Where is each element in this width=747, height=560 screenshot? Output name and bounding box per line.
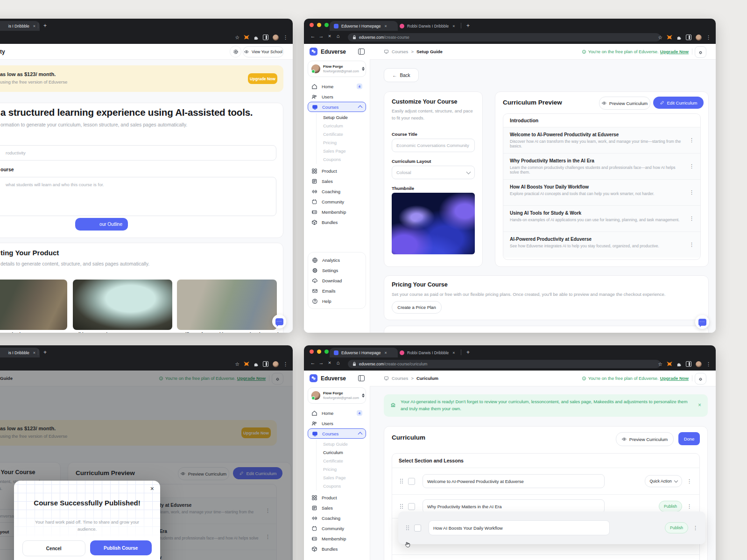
browser-menu-icon[interactable]: ⋮ (706, 33, 711, 42)
profile-switcher[interactable]: Flow Forgeflowforgestd@gmail.com (308, 387, 366, 404)
row-menu-icon[interactable]: ⋮ (689, 190, 694, 195)
subitem-certificate[interactable]: Certificate (323, 130, 366, 139)
browser-profile-avatar[interactable] (273, 361, 279, 367)
lesson-title-input[interactable]: How AI Boosts Your Daily Workflow (429, 520, 610, 535)
browser-menu-icon[interactable]: ⋮ (283, 360, 288, 368)
lesson-checkbox[interactable] (414, 525, 421, 532)
row-menu-icon[interactable]: ⋮ (687, 479, 692, 483)
row-menu-icon[interactable]: ⋮ (687, 504, 692, 509)
tab-close-icon[interactable]: × (33, 350, 35, 355)
sidebar-collapse-icon[interactable] (358, 49, 365, 55)
minimize-window-light[interactable] (317, 23, 321, 27)
nav-forward-icon[interactable]: → (317, 360, 325, 365)
sidebar-item-help[interactable]: Help (308, 296, 366, 306)
address-bar[interactable]: eduverse.com/create-course/curiculum (348, 360, 661, 368)
lesson-row[interactable]: Using AI Tools for Study & WorkHands-on … (503, 205, 700, 231)
browser-profile-avatar[interactable] (696, 35, 702, 41)
sidebar-item-emails[interactable]: Emails (308, 286, 366, 296)
tab-eduverse[interactable]: Eduverse I Homepage × (330, 348, 398, 357)
dragging-lesson-row[interactable]: How AI Boosts Your Daily Workflow Publis… (398, 511, 705, 544)
bookmark-star-icon[interactable]: ☆ (658, 360, 662, 368)
classroom-photo-2[interactable] (73, 280, 172, 330)
browser-profile-avatar[interactable] (273, 35, 279, 41)
browser-menu-icon[interactable]: ⋮ (706, 360, 711, 368)
drag-handle[interactable] (406, 525, 409, 531)
sidebar-item-product[interactable]: Product (308, 492, 366, 503)
tab-eduverse[interactable]: Eduverse I Homepage × (330, 21, 398, 31)
course-description-textarea[interactable]: what students will learn and who this co… (0, 177, 276, 216)
minimize-window-light[interactable] (317, 350, 321, 354)
sidebar-item-home[interactable]: Home4 (308, 81, 366, 91)
modal-close-icon[interactable]: × (150, 485, 154, 492)
profile-switcher[interactable]: Flow Forgeflowforgestd@gmail.com (308, 61, 366, 77)
extensions-puzzle-icon[interactable] (677, 35, 682, 40)
classroom-photo-3[interactable] (177, 280, 277, 330)
sidebar-item-community[interactable]: Community (308, 196, 366, 207)
course-topic-input[interactable]: roductivity (0, 145, 276, 161)
sidebar-item-users[interactable]: Users (308, 91, 366, 102)
new-tab-button[interactable]: + (43, 349, 47, 356)
metamask-extension-icon[interactable] (244, 362, 249, 367)
view-your-school-button[interactable]: View Your School (243, 46, 284, 57)
lesson-title-input[interactable]: Welcome to AI-Powered Productivity at Ed… (423, 474, 605, 488)
tab-close-icon[interactable]: × (385, 350, 387, 355)
sidebar-item-courses[interactable]: Courses (308, 102, 366, 112)
new-tab-button[interactable]: + (43, 22, 47, 29)
subitem-pricing[interactable]: Pricing (323, 139, 366, 147)
row-menu-icon[interactable]: ⋮ (689, 216, 694, 221)
lesson-checkbox[interactable] (408, 478, 415, 485)
row-menu-icon[interactable]: ⋮ (693, 525, 698, 530)
bookmark-star-icon[interactable]: ☆ (235, 33, 240, 42)
back-button[interactable]: ←Back (384, 68, 419, 82)
lesson-row[interactable]: Welcome to AI-Powered Productivity at Ed… (503, 127, 700, 153)
publish-button[interactable]: Publish (659, 501, 682, 512)
edit-curriculum-button[interactable]: Edit Curriculum (653, 97, 704, 109)
zoom-window-light[interactable] (324, 23, 329, 27)
sidebar-item-courses[interactable]: Courses (308, 428, 366, 439)
notifications-button[interactable] (695, 46, 706, 58)
create-price-plan-button[interactable]: Create a Price Plan (392, 301, 442, 314)
tab-group-icon[interactable] (263, 361, 268, 367)
row-menu-icon[interactable]: ⋮ (689, 242, 694, 247)
row-menu-icon[interactable]: ⋮ (689, 164, 694, 168)
publish-course-button[interactable]: Publish Course (90, 540, 152, 555)
close-window-light[interactable] (310, 350, 314, 354)
sidebar-item-membership[interactable]: Membership (308, 207, 366, 217)
nav-forward-icon[interactable]: → (317, 33, 325, 39)
bookmark-star-icon[interactable]: ☆ (235, 360, 240, 368)
subitem-pricing[interactable]: Pricing (323, 465, 366, 474)
extensions-puzzle-icon[interactable] (677, 362, 682, 367)
new-tab-button[interactable]: + (466, 22, 470, 29)
extensions-puzzle-icon[interactable] (254, 35, 259, 40)
sidebar-item-download[interactable]: Download (308, 275, 366, 286)
drag-handle[interactable] (400, 478, 403, 484)
tab-close-icon[interactable]: × (33, 24, 35, 28)
sidebar-item-coaching[interactable]: Coaching (308, 186, 366, 196)
lesson-row[interactable]: AI-Powered Productivity at EduverseSee h… (503, 231, 700, 258)
nav-back-icon[interactable]: ← (309, 33, 317, 39)
traffic-lights[interactable] (310, 23, 329, 27)
tab-close-icon[interactable]: × (385, 24, 387, 28)
nav-back-icon[interactable]: ← (309, 360, 317, 365)
extensions-puzzle-icon[interactable] (254, 362, 259, 367)
lesson-checkbox[interactable] (408, 503, 415, 510)
new-tab-button[interactable]: + (466, 349, 470, 356)
subitem-certificate[interactable]: Certificate (323, 457, 366, 465)
nav-home-icon[interactable]: ⌂ (334, 33, 342, 39)
settings-gear-button[interactable] (230, 46, 241, 57)
brand[interactable]: Eduverse (310, 48, 346, 56)
tab-dribbble-partial[interactable]: is I Dribbble × (0, 348, 40, 357)
sidebar-item-sales[interactable]: Sales (308, 176, 366, 186)
traffic-lights[interactable] (310, 350, 329, 354)
breadcrumb-courses[interactable]: Courses (392, 49, 408, 54)
breadcrumb-courses[interactable]: Courses (392, 376, 408, 381)
sidebar-item-settings[interactable]: Settings (308, 265, 366, 275)
address-bar[interactable]: eduverse.com/create-course (348, 33, 661, 42)
sidebar-item-sales[interactable]: Sales (308, 503, 366, 513)
sidebar-collapse-icon[interactable] (358, 375, 365, 381)
browser-menu-icon[interactable]: ⋮ (283, 33, 288, 42)
sidebar-item-community[interactable]: Community (308, 523, 366, 533)
nav-stop-icon[interactable]: × (325, 33, 334, 39)
cancel-button[interactable]: Cencel (22, 540, 85, 556)
upgrade-now-link[interactable]: Upgrade Now (660, 376, 689, 381)
